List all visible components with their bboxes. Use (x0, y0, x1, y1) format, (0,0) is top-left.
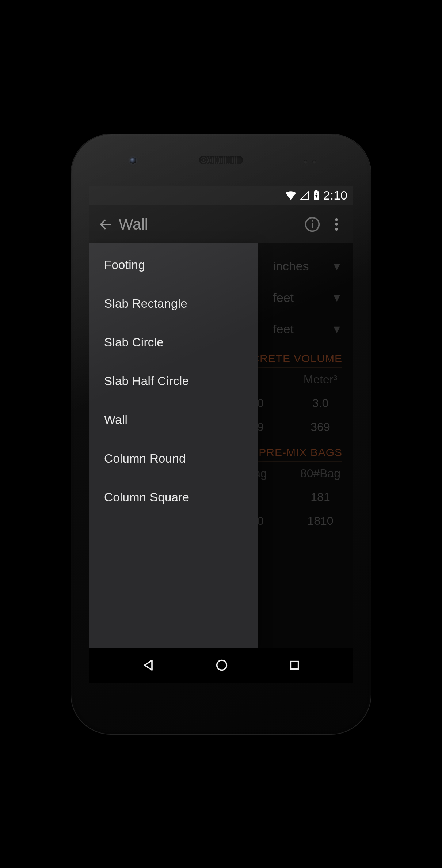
square-recents-icon (288, 659, 301, 672)
svg-point-5 (335, 218, 338, 221)
nav-home-button[interactable] (214, 658, 229, 672)
bags-header-2: 80#Bag (298, 467, 342, 480)
menu-item-footing[interactable]: Footing (89, 246, 258, 284)
status-time: 2:10 (323, 188, 347, 202)
overflow-menu-button[interactable] (326, 214, 347, 235)
chevron-down-icon: ▼ (331, 292, 342, 304)
shape-selector-popup: Footing Slab Rectangle Slab Circle Slab … (89, 243, 258, 648)
info-button[interactable] (302, 214, 323, 235)
circle-home-icon (214, 658, 229, 672)
menu-item-slab-half-circle[interactable]: Slab Half Circle (89, 362, 258, 401)
device-frame-stage: 2:10 Wall (0, 0, 442, 868)
battery-charging-icon (313, 190, 320, 201)
arrow-left-icon (98, 217, 113, 232)
chevron-down-icon: ▼ (331, 260, 342, 273)
wifi-icon (285, 191, 296, 200)
svg-rect-9 (291, 661, 298, 669)
cell-signal-icon (300, 191, 309, 200)
app-toolbar: Wall (89, 205, 353, 243)
volume-header-2: Meter³ (298, 373, 342, 386)
menu-item-wall[interactable]: Wall (89, 401, 258, 439)
more-vert-icon (331, 217, 342, 232)
earpiece-speaker (199, 156, 243, 164)
unit-value-1: inches (273, 259, 317, 273)
menu-item-column-square[interactable]: Column Square (89, 478, 258, 517)
status-bar: 2:10 (89, 186, 353, 205)
page-title: Wall (116, 216, 302, 233)
svg-rect-3 (312, 223, 313, 228)
android-nav-bar (89, 648, 353, 683)
front-camera (130, 157, 136, 164)
info-icon (304, 216, 320, 232)
unit-value-3: feet (273, 322, 317, 336)
menu-item-slab-circle[interactable]: Slab Circle (89, 323, 258, 362)
nav-back-button[interactable] (141, 658, 156, 672)
screen: 2:10 Wall (89, 186, 353, 683)
proximity-sensors (304, 160, 316, 164)
svg-rect-4 (312, 220, 313, 222)
triangle-back-icon (141, 658, 156, 672)
svg-rect-1 (315, 190, 317, 192)
svg-point-6 (335, 223, 338, 225)
menu-item-column-round[interactable]: Column Round (89, 439, 258, 478)
unit-value-2: feet (273, 291, 317, 305)
back-button[interactable] (95, 214, 116, 235)
nav-recents-button[interactable] (288, 659, 301, 672)
svg-point-8 (217, 660, 227, 670)
phone-body: 2:10 Wall (71, 134, 371, 735)
chevron-down-icon: ▼ (331, 323, 342, 336)
svg-point-7 (335, 228, 338, 230)
menu-item-slab-rectangle[interactable]: Slab Rectangle (89, 284, 258, 323)
